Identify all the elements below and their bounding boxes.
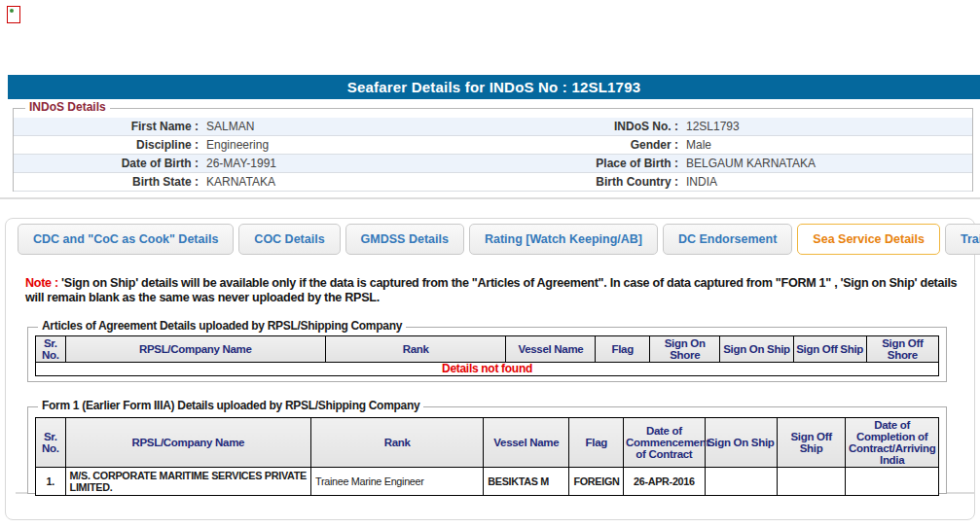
col-rank: Rank — [325, 336, 506, 363]
birth-state-value: KARNATAKA — [199, 173, 487, 191]
page-title: Seafarer Details for INDoS No : 12SL1793 — [8, 75, 980, 99]
indos-no-value: 12SL1793 — [678, 118, 972, 135]
place-of-birth-label: Place of Birth : — [487, 155, 678, 172]
col-rank: Rank — [311, 418, 484, 468]
form1-legend: Form 1 (Earlier Form IIIA) Details uploa… — [38, 399, 423, 412]
indos-row: First Name : SALMAN INDoS No. : 12SL1793 — [14, 118, 972, 136]
first-name-label: First Name : — [14, 118, 199, 135]
sign-on-ship-note: Note : 'Sign on Ship' details will be av… — [25, 276, 959, 305]
articles-of-agreement-fieldset: Articles of Agreement Details uploaded b… — [27, 327, 947, 382]
form1-table: Sr. No. RPSL/Company Name Rank Vessel Na… — [35, 417, 939, 496]
indos-details-fieldset: INDoS Details First Name : SALMAN INDoS … — [13, 108, 973, 192]
discipline-label: Discipline : — [14, 136, 199, 154]
cell-flag: FOREIGN — [569, 468, 624, 496]
form1-fieldset: Form 1 (Earlier Form IIIA) Details uploa… — [27, 406, 947, 494]
indos-details-legend: INDoS Details — [25, 100, 110, 114]
col-sr-no: Sr. No. — [36, 336, 66, 363]
gender-label: Gender : — [487, 136, 678, 154]
col-date-of-commencement: Date of Commencement of Contract — [624, 418, 706, 468]
place-of-birth-value: BELGAUM KARNATAKA — [678, 155, 972, 172]
articles-of-agreement-legend: Articles of Agreement Details uploaded b… — [38, 319, 406, 333]
date-of-birth-label: Date of Birth : — [14, 155, 199, 172]
table-header-row: Sr. No. RPSL/Company Name Rank Vessel Na… — [36, 418, 939, 468]
cell-sr-no: 1. — [36, 468, 66, 496]
col-sign-off-ship: Sign Off Ship — [793, 336, 866, 363]
col-vessel-name: Vessel Name — [506, 336, 596, 363]
col-sign-on-ship: Sign On Ship — [705, 418, 777, 468]
tab-coc-details[interactable]: COC Details — [238, 224, 340, 255]
date-of-birth-value: 26-MAY-1991 — [199, 155, 487, 172]
cell-sign-on-ship — [705, 468, 777, 496]
horizontal-divider — [0, 197, 980, 199]
col-sign-on-ship: Sign On Ship — [720, 336, 793, 363]
tab-sea-service-details[interactable]: Sea Service Details — [797, 224, 940, 255]
gender-value: Male — [678, 136, 972, 154]
first-name-value: SALMAN — [199, 118, 487, 135]
birth-country-label: Birth Country : — [487, 173, 678, 191]
details-not-found-message: Details not found — [36, 363, 939, 376]
tab-dc-endorsement[interactable]: DC Endorsement — [663, 224, 792, 255]
birth-country-value: INDIA — [678, 173, 972, 191]
col-sr-no: Sr. No. — [36, 418, 66, 468]
indos-row: Birth State : KARNATAKA Birth Country : … — [14, 173, 972, 192]
col-rpsl-company-name: RPSL/Company Name — [65, 336, 325, 363]
table-row: 1. M/S. CORPORATE MARITIME SERVICES PRIV… — [36, 468, 939, 496]
col-sign-off-ship: Sign Off Ship — [777, 418, 846, 468]
col-date-of-completion: Date of Completion of Contract/Arriving … — [846, 418, 939, 468]
indos-row: Discipline : Engineering Gender : Male — [14, 136, 972, 155]
empty-row: Details not found — [36, 363, 939, 376]
col-sign-on-shore: Sign On Shore — [650, 336, 720, 363]
table-header-row: Sr. No. RPSL/Company Name Rank Vessel Na… — [36, 336, 939, 363]
cell-commencement-date: 26-APR-2016 — [624, 468, 706, 496]
indos-no-label: INDoS No. : — [487, 118, 678, 135]
birth-state-label: Birth State : — [14, 173, 199, 191]
tab-gmdss-details[interactable]: GMDSS Details — [345, 224, 464, 255]
col-flag: Flag — [596, 336, 650, 363]
broken-image-icon — [7, 6, 20, 23]
indos-details-grid: First Name : SALMAN INDoS No. : 12SL1793… — [14, 118, 972, 192]
cell-company-name: M/S. CORPORATE MARITIME SERVICES PRIVATE… — [65, 468, 310, 496]
cell-sign-off-ship — [777, 468, 846, 496]
cell-rank: Trainee Marine Engineer — [311, 468, 484, 496]
tab-rating-watch-keeping-ab[interactable]: Rating [Watch Keeping/AB] — [469, 224, 658, 255]
note-text: 'Sign on Ship' details will be available… — [25, 276, 957, 304]
col-vessel-name: Vessel Name — [484, 418, 569, 468]
indos-row: Date of Birth : 26-MAY-1991 Place of Bir… — [14, 155, 972, 173]
cell-vessel-name: BESIKTAS M — [484, 468, 569, 496]
tab-strip: CDC and "CoC as Cook" Details COC Detail… — [18, 224, 974, 255]
cell-completion-date — [846, 468, 939, 496]
tab-training-details[interactable]: Training Details — [945, 224, 980, 255]
note-prefix: Note : — [25, 276, 58, 290]
col-sign-off-shore: Sign Off Shore — [866, 336, 938, 363]
col-rpsl-company-name: RPSL/Company Name — [65, 418, 310, 468]
discipline-value: Engineering — [199, 136, 487, 154]
articles-of-agreement-table: Sr. No. RPSL/Company Name Rank Vessel Na… — [35, 335, 939, 376]
tab-cdc-coc-as-cook-details[interactable]: CDC and "CoC as Cook" Details — [18, 224, 234, 255]
col-flag: Flag — [569, 418, 624, 468]
